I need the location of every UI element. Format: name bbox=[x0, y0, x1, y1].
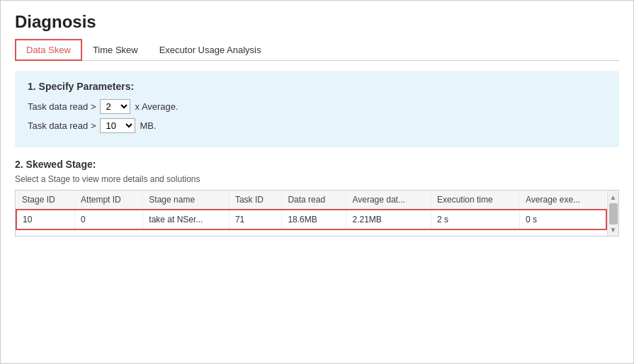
tab-data-skew[interactable]: Data Skew bbox=[15, 39, 82, 61]
scroll-thumb[interactable] bbox=[609, 203, 618, 224]
skewed-stage-subtitle: Select a Stage to view more details and … bbox=[15, 174, 619, 184]
col-stage-id: Stage ID bbox=[16, 190, 75, 210]
tabs-bar: Data Skew Time Skew Executor Usage Analy… bbox=[15, 39, 619, 61]
page-title: Diagnosis bbox=[15, 12, 619, 32]
param-row-2: Task data read > 5 10 20 50 100 MB. bbox=[28, 118, 606, 133]
table-inner: Stage ID Attempt ID Stage name Task ID D… bbox=[16, 190, 607, 236]
col-attempt-id: Attempt ID bbox=[75, 190, 143, 210]
scroll-track bbox=[608, 202, 618, 224]
cell-attempt-id: 0 bbox=[75, 210, 143, 229]
col-exec-time: Execution time bbox=[431, 190, 520, 210]
skewed-stage-title: 2. Skewed Stage: bbox=[15, 159, 619, 170]
skewed-stage-section: 2. Skewed Stage: Select a Stage to view … bbox=[15, 159, 619, 237]
tab-executor-usage[interactable]: Executor Usage Analysis bbox=[149, 40, 272, 60]
col-task-id: Task ID bbox=[229, 190, 281, 210]
cell-stage-name: take at NSer... bbox=[143, 210, 230, 229]
content-area: 1. Specify Parameters: Task data read > … bbox=[15, 61, 619, 363]
cell-exec-time: 2 s bbox=[431, 210, 520, 229]
table-row[interactable]: 10 0 take at NSer... 71 18.6MB 2.21MB 2 … bbox=[16, 210, 606, 229]
cell-stage-id: 10 bbox=[16, 210, 75, 229]
param2-select[interactable]: 5 10 20 50 100 bbox=[100, 118, 135, 133]
col-avg-exec: Average exe... bbox=[520, 190, 606, 210]
param-row-1: Task data read > 1 2 3 5 10 x Average. bbox=[28, 99, 606, 114]
cell-avg-data: 2.21MB bbox=[346, 210, 431, 229]
param1-select[interactable]: 1 2 3 5 10 bbox=[100, 99, 130, 114]
table-scroll-container: Stage ID Attempt ID Stage name Task ID D… bbox=[15, 190, 619, 237]
col-avg-data: Average dat... bbox=[346, 190, 431, 210]
cell-task-id: 71 bbox=[229, 210, 281, 229]
skewed-stage-table: Stage ID Attempt ID Stage name Task ID D… bbox=[16, 190, 607, 230]
col-data-read: Data read bbox=[282, 190, 346, 210]
cell-data-read: 18.6MB bbox=[282, 210, 346, 229]
tab-time-skew[interactable]: Time Skew bbox=[82, 40, 149, 60]
param1-suffix: x Average. bbox=[135, 101, 178, 112]
param2-prefix: Task data read > bbox=[28, 120, 96, 131]
parameters-section: 1. Specify Parameters: Task data read > … bbox=[15, 71, 619, 147]
col-stage-name: Stage name bbox=[143, 190, 230, 210]
scroll-down-arrow[interactable]: ▼ bbox=[608, 224, 618, 234]
cell-avg-exec: 0 s bbox=[520, 210, 606, 229]
parameters-section-title: 1. Specify Parameters: bbox=[28, 81, 606, 92]
vertical-scrollbar[interactable]: ▲ ▼ bbox=[607, 190, 618, 236]
param2-suffix: MB. bbox=[140, 120, 156, 131]
scroll-up-arrow[interactable]: ▲ bbox=[608, 192, 618, 202]
page-wrapper: Diagnosis Data Skew Time Skew Executor U… bbox=[0, 0, 634, 364]
table-header-row: Stage ID Attempt ID Stage name Task ID D… bbox=[16, 190, 606, 210]
param1-prefix: Task data read > bbox=[28, 101, 96, 112]
